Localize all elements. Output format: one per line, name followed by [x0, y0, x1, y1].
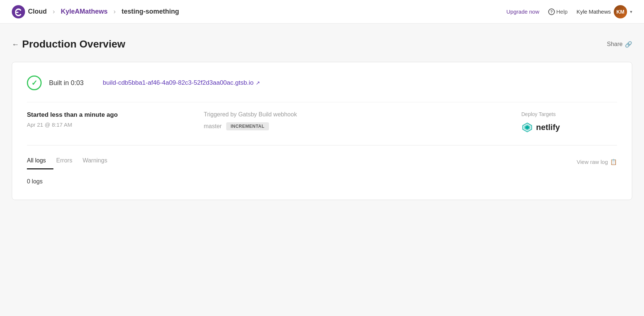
header-left: Cloud › KyleAMathews › testing-something [12, 5, 179, 18]
incremental-badge: INCREMENTAL [226, 122, 269, 130]
divider [27, 145, 617, 145]
deploy-targets-label: Deploy Targets [521, 111, 617, 117]
build-url-link[interactable]: build-cdb5bba1-af46-4a09-82c3-52f2d3aa00… [103, 79, 260, 87]
tab-errors[interactable]: Errors [56, 154, 80, 169]
view-raw-log-label: View raw log [577, 159, 608, 165]
triggered-by-label: Triggered by Gatsby Build webhook [204, 111, 521, 118]
back-arrow-icon: ← [12, 40, 19, 49]
netlify-logo[interactable]: netlify [521, 122, 617, 133]
tab-warnings-label: Warnings [83, 157, 107, 164]
header-right: Upgrade now ? Help Kyle Mathews KM ▾ [507, 5, 632, 18]
main-content: ← Production Overview Share 🔗 ✓ Built in… [0, 24, 644, 215]
build-card: ✓ Built in 0:03 build-cdb5bba1-af46-4a09… [12, 62, 632, 200]
external-link-icon: ↗ [256, 80, 260, 86]
back-navigation[interactable]: ← Production Overview [12, 38, 125, 50]
build-success-icon: ✓ [27, 76, 42, 90]
meta-center: Triggered by Gatsby Build webhook master… [204, 111, 521, 130]
built-time-label: Built in 0:03 [49, 79, 84, 87]
logs-count: 0 logs [27, 178, 617, 185]
page-header: ← Production Overview Share 🔗 [12, 38, 632, 50]
netlify-icon [521, 122, 533, 133]
tab-all-logs[interactable]: All logs [27, 154, 53, 169]
breadcrumb-separator-2: › [113, 8, 116, 15]
breadcrumb-separator: › [53, 8, 55, 15]
log-tabs: All logs Errors Warnings View raw log 📋 [27, 154, 617, 169]
chevron-down-icon: ▾ [630, 9, 632, 14]
build-status-row: ✓ Built in 0:03 build-cdb5bba1-af46-4a09… [27, 76, 617, 90]
netlify-label: netlify [536, 123, 560, 132]
started-label: Started less than a minute ago [27, 111, 204, 119]
share-label: Share [607, 41, 623, 48]
share-button[interactable]: Share 🔗 [607, 41, 632, 48]
tab-all-logs-label: All logs [27, 157, 46, 164]
logo-text: Cloud [28, 8, 47, 15]
deploy-targets-section: Deploy Targets netlify [521, 111, 617, 133]
header: Cloud › KyleAMathews › testing-something… [0, 0, 644, 24]
user-avatar: KM [614, 5, 627, 18]
user-menu[interactable]: Kyle Mathews KM ▾ [577, 5, 632, 18]
logo-area[interactable]: Cloud [12, 5, 47, 18]
help-label: Help [556, 8, 568, 15]
page-title: Production Overview [22, 38, 125, 50]
build-url-text: build-cdb5bba1-af46-4a09-82c3-52f2d3aa00… [103, 79, 253, 87]
share-link-icon: 🔗 [625, 41, 632, 48]
meta-row: Started less than a minute ago Apr 21 @ … [27, 102, 617, 133]
view-raw-log-button[interactable]: View raw log 📋 [577, 159, 617, 165]
branch-row: master INCREMENTAL [204, 122, 521, 130]
upgrade-now-link[interactable]: Upgrade now [507, 8, 539, 15]
gatsby-cloud-logo-icon [12, 5, 25, 18]
tab-warnings[interactable]: Warnings [83, 154, 115, 169]
tab-errors-label: Errors [56, 157, 73, 164]
breadcrumb-org[interactable]: KyleAMathews [61, 8, 108, 15]
raw-log-icon: 📋 [610, 159, 617, 165]
build-date: Apr 21 @ 8:17 AM [27, 122, 204, 128]
breadcrumb-project[interactable]: testing-something [122, 8, 179, 15]
checkmark-icon: ✓ [31, 78, 38, 87]
branch-name: master [204, 123, 222, 130]
help-circle-icon: ? [548, 8, 555, 15]
user-name: Kyle Mathews [577, 8, 611, 15]
help-link[interactable]: ? Help [548, 8, 568, 15]
meta-left: Started less than a minute ago Apr 21 @ … [27, 111, 204, 128]
